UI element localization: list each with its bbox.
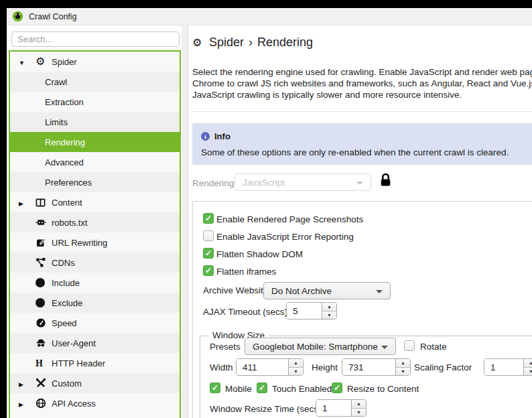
sidebar-item-url-rewriting[interactable]: URL Rewriting — [10, 232, 180, 253]
archive-website-value: Do Not Archive — [271, 286, 332, 296]
mobile-checkbox[interactable] — [210, 382, 220, 393]
sidebar-item-custom[interactable]: Custom — [10, 373, 180, 393]
chevron-right-icon — [19, 378, 23, 389]
window-resize-time-input[interactable] — [316, 400, 351, 416]
presets-label: Presets — [210, 342, 241, 352]
description-line: Select the rendering engine used for cra… — [192, 67, 532, 77]
width-label: Width — [210, 362, 233, 372]
sidebar-item-preferences[interactable]: Preferences — [10, 172, 180, 192]
mobile-label: Mobile — [225, 384, 252, 394]
sidebar-item-user-agent[interactable]: User-Agent — [10, 333, 180, 353]
panel-divider — [182, 25, 188, 418]
window-resize-time-label: Window Resize Time (secs) — [210, 404, 322, 414]
spin-up-icon[interactable] — [524, 359, 532, 368]
height-input[interactable] — [342, 359, 395, 375]
archive-website-select[interactable]: Do Not Archive — [263, 282, 391, 299]
sidebar-item-rendering[interactable]: Rendering — [10, 132, 180, 152]
sidebar-item-http-header[interactable]: HTTP Header — [10, 353, 180, 373]
breadcrumb-section: Spider — [209, 36, 244, 49]
lock-icon — [379, 172, 392, 188]
checkbox-label: Flatten iframes — [216, 267, 276, 277]
presets-select[interactable]: Googlebot Mobile: Smartphone — [245, 338, 396, 355]
sidebar-item-robots-txt[interactable]: robots.txt — [10, 212, 180, 232]
chevron-down-icon — [356, 182, 363, 185]
section-divider — [192, 111, 532, 112]
spin-down-icon[interactable] — [322, 311, 336, 320]
chevron-down-icon — [19, 56, 25, 67]
robot-icon — [36, 217, 52, 228]
app-logo-frog-icon — [12, 11, 23, 22]
rotate-label: Rotate — [420, 342, 447, 352]
sidebar-item-limits[interactable]: Limits — [10, 112, 180, 132]
window-titlebar[interactable]: Crawl Config — [7, 8, 532, 25]
sidebar-item-crawl[interactable]: Crawl — [10, 72, 180, 92]
spin-down-icon[interactable] — [289, 368, 303, 376]
spy-icon — [36, 338, 52, 348]
spin-up-icon[interactable] — [396, 359, 410, 368]
search-input[interactable] — [11, 31, 180, 47]
sidebar-item-spider[interactable]: Spider — [10, 52, 180, 72]
spin-up-icon[interactable] — [289, 359, 303, 368]
chevron-down-icon — [376, 290, 383, 293]
scaling-factor-input[interactable] — [484, 359, 523, 375]
width-stepper[interactable] — [236, 358, 304, 376]
checkbox-label: Flatten Shadow DOM — [216, 249, 303, 259]
rotate-checkbox[interactable] — [404, 340, 415, 351]
checkbox-label: Enable Rendered Page Screenshots — [216, 214, 363, 224]
window-resize-time-stepper[interactable] — [316, 399, 367, 417]
sidebar-item-exclude[interactable]: ✕ Exclude — [10, 293, 180, 313]
ajax-timeout-input[interactable] — [287, 303, 322, 319]
checkbox-label: Enable JavaScript Error Reporting — [216, 232, 354, 242]
chevron-right-icon — [19, 398, 23, 409]
spin-up-icon[interactable] — [322, 303, 336, 311]
edit-icon — [36, 237, 52, 248]
presets-value: Googlebot Mobile: Smartphone — [253, 342, 378, 352]
sidebar-item-content[interactable]: Content — [10, 192, 180, 212]
config-nav-tree: Spider Crawl Extraction Limits Rendering… — [9, 50, 181, 418]
resize-to-content-checkbox[interactable] — [332, 382, 342, 393]
speedometer-icon — [36, 318, 52, 328]
check-circle-icon: ✓ — [36, 278, 52, 287]
sidebar-item-cdns[interactable]: CDNs — [10, 253, 180, 273]
screenshot-root: Crawl Config Spider Crawl Extraction Lim… — [0, 0, 532, 418]
h-letter-icon — [36, 358, 52, 368]
rendering-select[interactable]: JavaScript — [235, 173, 371, 191]
sidebar-item-include[interactable]: ✓ Include — [10, 273, 180, 293]
touch-enabled-label: Touch Enabled — [272, 384, 332, 394]
flatten-shadow-dom-checkbox[interactable] — [203, 248, 214, 259]
enable-javascript-error-reporting-checkbox[interactable] — [203, 230, 214, 241]
resize-to-content-label: Resize to Content — [347, 384, 419, 394]
sidebar-item-speed[interactable]: Speed — [10, 313, 180, 333]
chevron-right-icon — [19, 197, 23, 208]
gear-icon — [36, 56, 52, 67]
description-line: Chrome to crawl JS rich websites and fra… — [192, 78, 532, 88]
breadcrumb: Spider›Rendering — [209, 36, 313, 50]
panel-divider-line — [188, 25, 188, 418]
gear-icon — [192, 36, 202, 49]
sidebar-item-extraction[interactable]: Extraction — [10, 92, 180, 112]
window-title: Crawl Config — [29, 12, 77, 21]
globe-icon — [36, 398, 52, 409]
spin-down-icon[interactable] — [524, 368, 532, 376]
breadcrumb-separator: › — [249, 36, 253, 49]
description-line: JavaScript crawling is typically slower … — [192, 90, 532, 100]
spin-down-icon[interactable] — [352, 409, 366, 417]
sidebar-item-advanced[interactable]: Advanced — [10, 152, 180, 172]
touch-enabled-checkbox[interactable] — [257, 382, 267, 393]
rendering-label: Rendering — [192, 178, 234, 188]
tools-icon — [36, 378, 52, 389]
spin-down-icon[interactable] — [396, 368, 410, 376]
info-icon — [201, 132, 210, 141]
flatten-iframes-checkbox[interactable] — [203, 265, 214, 276]
enable-rendered-page-screenshots-checkbox[interactable] — [203, 213, 214, 224]
width-input[interactable] — [237, 359, 288, 375]
archive-website-label: Archive Website — [203, 285, 268, 295]
info-banner: Info Some of these options are only re-e… — [192, 123, 532, 165]
spin-up-icon[interactable] — [352, 400, 366, 409]
scaling-factor-stepper[interactable] — [484, 358, 532, 376]
x-circle-icon: ✕ — [36, 298, 52, 307]
sidebar-item-api-access[interactable]: API Access — [10, 393, 180, 413]
ajax-timeout-stepper[interactable] — [286, 302, 337, 320]
columns-icon — [36, 198, 52, 208]
height-stepper[interactable] — [342, 358, 411, 376]
